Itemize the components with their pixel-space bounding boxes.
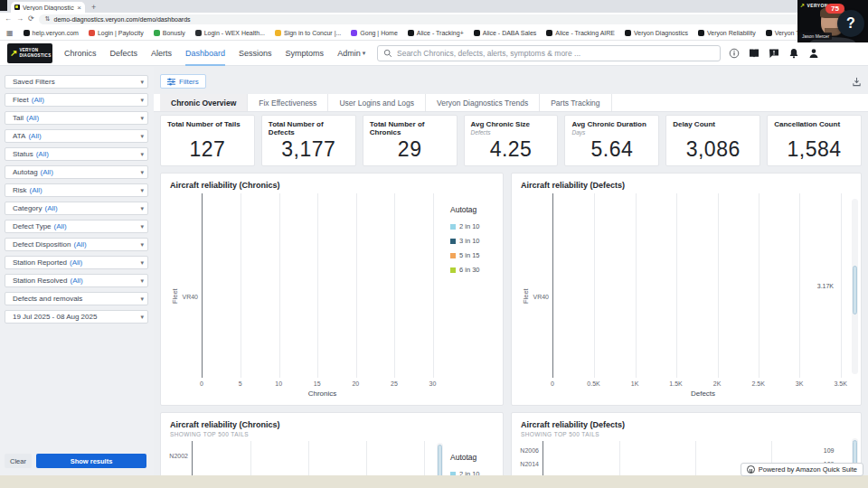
forward-icon[interactable]: →	[16, 15, 24, 23]
kpi-avg-chronic-duration: Avg Chronic DurationDays5.64	[564, 115, 659, 166]
filter-value: (All)	[44, 204, 57, 212]
chart-scrollbar[interactable]	[852, 199, 858, 374]
x-tick-label: 3K	[796, 380, 804, 387]
nav-item-admin[interactable]: Admin▾	[337, 41, 365, 66]
show-results-button[interactable]: Show results	[36, 454, 146, 468]
feedback-chat-icon[interactable]	[769, 48, 779, 59]
chevron-down-icon: ▾	[140, 115, 144, 122]
y-axis-ticks: VR40	[180, 193, 202, 399]
bookmark-login-wex-health[interactable]: Login - WEX Health...	[195, 30, 265, 36]
clear-button[interactable]: Clear	[5, 454, 32, 468]
kpi-delay-count: Delay Count3,086	[665, 115, 760, 166]
bookmark-label: Login - WEX Health...	[204, 30, 265, 36]
y-tick-label: N2006	[520, 446, 539, 453]
kpi-cancellation-count: Cancellation Count1,584	[767, 115, 862, 166]
tab-fix-effectiveness[interactable]: Fix Effectiveness	[248, 94, 328, 111]
chevron-down-icon: ▾	[140, 133, 144, 140]
docs-book-icon[interactable]	[749, 48, 760, 59]
filter-defect-type[interactable]: Defect Type(All)▾	[5, 220, 148, 233]
global-search[interactable]	[377, 45, 721, 61]
chart-scrollbar-thumb[interactable]	[853, 266, 857, 314]
filter-label: Category	[13, 204, 42, 212]
tab-chronic-overview[interactable]: Chronic Overview	[160, 94, 248, 111]
close-tab-icon[interactable]: ×	[77, 4, 81, 12]
account-person-icon[interactable]	[808, 48, 819, 59]
search-input[interactable]	[397, 49, 714, 58]
filter-label: Fleet	[13, 96, 29, 104]
kpi-label: Avg Chronic Duration	[571, 120, 652, 128]
reload-icon[interactable]: ⟳	[28, 15, 34, 23]
gridline	[433, 193, 434, 378]
bookmark-help-veryon-com[interactable]: help.veryon.com	[24, 30, 79, 36]
x-axis-ticks: 00.5K1K1.5K2K2.5K3K3.5K	[552, 378, 854, 389]
bookmark-label: Bonusly	[163, 30, 185, 36]
tab-parts-tracking[interactable]: Parts Tracking	[540, 94, 611, 111]
nav-item-label: Dashboard	[185, 49, 225, 58]
bookmark-bonusly[interactable]: Bonusly	[154, 30, 185, 36]
filter-sliders-icon	[167, 78, 175, 86]
filter-label: Status	[13, 150, 33, 158]
nav-item-chronics[interactable]: Chronics	[64, 41, 97, 66]
filter-defect-disposition[interactable]: Defect Disposition(All)▾	[5, 238, 148, 251]
tab-user-logins-and-logs[interactable]: User Logins and Logs	[328, 94, 426, 111]
filter-saved-filters[interactable]: Saved Filters▾	[5, 75, 148, 89]
filter-label: Station Resolved	[13, 277, 67, 285]
bookmark-gong-home[interactable]: Gong | Home	[351, 30, 398, 36]
filter-risk[interactable]: Risk(All)▾	[5, 183, 148, 197]
filter-ata[interactable]: ATA(All)▾	[5, 129, 148, 143]
plot-area-wrap: 3.17K00.5K1K1.5K2K2.5K3K3.5KDefects	[552, 193, 854, 399]
filter-station-resolved[interactable]: Station Resolved(All)▾	[5, 274, 148, 287]
nav-item-label: Alerts	[151, 49, 172, 58]
kpi-value: 5.64	[590, 137, 633, 162]
nav-item-sessions[interactable]: Sessions	[239, 41, 272, 66]
y-tick-label: N2002	[169, 452, 188, 458]
site-info-icon[interactable]: ⇅	[45, 15, 51, 23]
filter-label: 19 Jul 2025 - 08 Aug 2025	[13, 313, 97, 321]
bookmark-login-paylocity[interactable]: Login | Paylocity	[89, 30, 144, 36]
bookmark-alice-tracking[interactable]: Alice - Tracking+	[408, 30, 464, 36]
nav-item-alerts[interactable]: Alerts	[151, 41, 172, 66]
bookmark-alice-tracking-aire[interactable]: Alice - Tracking AIRE	[546, 30, 615, 36]
filter-category[interactable]: Category(All)▾	[5, 202, 148, 215]
filter-defects-and-removals[interactable]: Defects and removals▾	[5, 292, 148, 305]
page-content: Saved Filters▾Fleet(All)▾Tail(All)▾ATA(A…	[0, 67, 868, 488]
filter-status[interactable]: Status(All)▾	[5, 147, 148, 161]
bookmark-sign-in-to-concur[interactable]: Sign in to Concur |...	[275, 30, 341, 36]
nav-item-dashboard[interactable]: Dashboard	[185, 41, 225, 66]
kpi-sublabel: Defects	[471, 129, 552, 136]
filter-fleet[interactable]: Fleet(All)▾	[5, 93, 148, 107]
filters-button[interactable]: Filters	[160, 74, 206, 89]
tab-veryon-diagnostics-trends[interactable]: Veryon Diagnostics Trends	[426, 94, 540, 111]
browser-address-bar: ← → ⟳ ⇅ demo-diagnostics.veryon.com/demo…	[0, 13, 868, 25]
new-tab-button[interactable]: +	[91, 3, 96, 13]
help-widget-button[interactable]: ?	[837, 10, 864, 37]
nav-item-symptoms[interactable]: Symptoms	[286, 41, 325, 66]
bookmark-alice-daba-sales[interactable]: Alice - DABA Sales	[474, 30, 537, 36]
nav-item-defects[interactable]: Defects	[110, 41, 138, 66]
export-download-icon[interactable]	[852, 77, 862, 87]
x-axis-ticks: 051015202530	[202, 378, 443, 389]
filter-19-jul-2025-08-aug-2025[interactable]: 19 Jul 2025 - 08 Aug 2025▾	[5, 310, 148, 324]
filter-autotag[interactable]: Autotag(All)▾	[5, 165, 148, 179]
y-tick-label: VR40	[182, 294, 198, 300]
url-field[interactable]: ⇅ demo-diagnostics.veryon.com/demo/dashb…	[39, 14, 863, 24]
browser-tab[interactable]: Veryon Diagnostics ×	[11, 2, 85, 13]
x-tick-label: 3.5K	[834, 380, 846, 387]
kpi-sublabel: Days	[571, 129, 652, 136]
veryon-logo-arrow-icon: ↗	[10, 49, 17, 58]
notifications-bell-icon[interactable]	[788, 48, 799, 59]
filter-tail[interactable]: Tail(All)▾	[5, 111, 148, 125]
back-icon[interactable]: ←	[5, 15, 12, 23]
bookmark-veryon-diagnostics[interactable]: Veryon Diagnostics	[625, 30, 688, 36]
info-icon[interactable]	[729, 48, 740, 59]
filter-value: (All)	[28, 132, 41, 140]
apps-grid-icon[interactable]: ▦	[6, 29, 14, 37]
gridline	[636, 193, 637, 378]
bookmark-veryon-reliability[interactable]: Veryon Reliability	[698, 30, 756, 36]
legend-entry-2-in-10: 2 in 10	[450, 222, 495, 230]
charts-row-1: Aircraft reliability (Chronics)FleetVR40…	[160, 173, 862, 406]
x-tick-label: 25	[391, 380, 398, 387]
y-tick-label: VR40	[533, 294, 549, 300]
veryon-logo[interactable]: ↗ VERYON DIAGNOSTICS	[7, 43, 52, 63]
filter-station-reported[interactable]: Station Reported(All)▾	[5, 256, 148, 269]
